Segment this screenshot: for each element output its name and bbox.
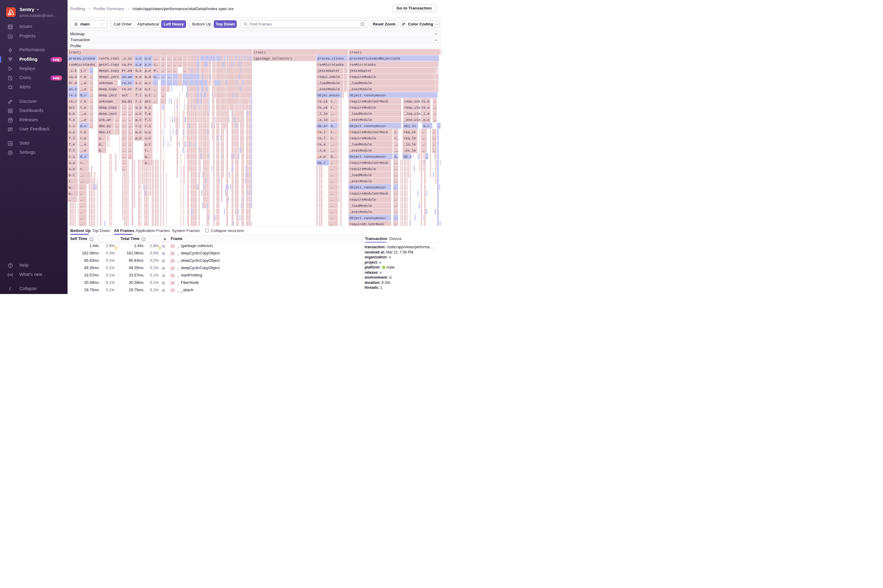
svg-text:_loadModule: _loadModule [349,204,372,208]
svg-text:proces…ctions: proces…ctions [69,57,95,60]
svg-text:re…ck: re…ck [317,100,327,104]
svg-text:O…: O… [331,155,335,159]
svg-text:re…er: re…er [122,87,132,91]
svg-text:…: … [422,136,425,140]
svg-text:…: … [179,63,181,67]
svg-text:…: … [162,69,164,73]
svg-text:u…n: u…n [69,167,75,171]
svg-text:a…r: a…r [145,87,151,91]
svg-text:…: … [80,210,82,214]
svg-text:requireModule: requireModule [350,136,376,140]
svg-text:_execModule: _execModule [349,87,372,91]
svg-text:b…1: b…1 [145,106,151,110]
svg-text:r…e: r…e [80,136,86,140]
svg-text:…: … [331,161,333,165]
svg-text:requireModuleOrMock: requireModuleOrMock [350,100,388,104]
svg-text:unknown: unknown [99,100,113,104]
svg-text:e…e: e…e [135,75,141,79]
svg-text:…: … [90,87,93,91]
svg-text:…: … [179,57,181,60]
svg-text:w…: w… [145,155,149,159]
svg-text:req…le: req…le [404,136,416,140]
svg-text:…: … [123,118,125,122]
svg-text:_…e: _…e [80,112,86,116]
svg-text:O…k: O…k [69,112,75,116]
svg-text:O…: O… [331,124,335,128]
svg-text:u…y: u…y [69,161,75,165]
svg-text:r…: r… [80,167,84,171]
svg-text:p…: p… [69,192,73,195]
svg-text:…: … [331,180,333,183]
svg-text:(root): (root) [254,51,266,54]
svg-text:…: … [434,100,436,104]
svg-text:re…ck: re…ck [317,106,327,110]
svg-text:runMicrotasks: runMicrotasks [350,63,376,67]
svg-text:ca…Fn: ca…Fn [122,63,132,67]
svg-text:Object.<anonymous>: Object.<anonymous> [350,186,386,189]
svg-text:_execModule: _execModule [349,180,372,183]
svg-text:…: … [422,143,425,146]
svg-text:jestAdapter: jestAdapter [317,69,340,73]
svg-text:…: … [116,118,118,122]
svg-text:…: … [426,155,429,159]
svg-text:…: … [129,130,131,134]
svg-text:r…: r… [69,180,73,183]
svg-text:un…wn: un…wn [122,75,132,79]
svg-text:u…y: u…y [69,130,75,134]
svg-text:runMicrotasks: runMicrotasks [69,63,95,67]
svg-text:…: … [116,124,118,128]
svg-text:f…e: f…e [69,143,75,146]
svg-text:re…er: re…er [122,81,132,85]
svg-text:f…l: f…l [69,136,75,140]
svg-text:_c…st: _c…st [122,57,132,60]
svg-text:_…e: _…e [80,87,86,91]
svg-text:requi…odule: requi…odule [317,75,340,79]
svg-text:r…e: r…e [80,75,86,79]
svg-text:deep…ject: deep…ject [99,94,117,97]
svg-text:…: … [80,222,82,226]
svg-text:_loadModule: _loadModule [349,81,372,85]
svg-text:…: … [433,149,435,153]
svg-text:r…: r… [145,149,149,153]
svg-text:act: act [69,106,75,110]
svg-text:w…c: w…c [145,81,151,85]
svg-text:deep…ject: deep…ject [99,112,117,116]
svg-text:runTe…rnal: runTe…rnal [99,57,119,60]
svg-text:deepC…ject: deepC…ject [99,75,119,79]
svg-text:O…e: O…e [135,69,141,73]
svg-text:…: … [123,136,125,140]
svg-text:u…n: u…n [135,57,141,60]
svg-text:w…c: w…c [135,130,141,134]
svg-text:…: … [433,130,435,134]
svg-text:Object.<anonymous>: Object.<anonymous> [350,155,386,159]
svg-text:_ex…le: _ex…le [404,149,416,153]
svg-text:…: … [129,124,131,128]
svg-text:_…: _… [330,143,335,146]
svg-text:…: … [395,216,396,220]
svg-text:_e…e: _e…e [421,118,429,122]
svg-text:…: … [80,204,82,208]
svg-text:u…: u… [154,75,158,79]
svg-text:…: … [422,130,425,134]
svg-text:re…e: re…e [422,106,429,110]
svg-text:O…: O… [395,155,398,159]
svg-text:_e…e: _e…e [317,155,326,159]
svg-text:…: … [123,155,125,159]
svg-text:_…: _… [330,112,335,116]
svg-text:requireM…leOrMock: requireM…leOrMock [350,222,384,226]
svg-text:f…e: f…e [145,112,151,116]
svg-text:requireModule: requireModule [350,198,376,202]
svg-text:…: … [90,69,93,73]
svg-text:_loadModule: _loadModule [317,81,340,85]
svg-text:_exe…ule: _exe…ule [404,118,420,122]
svg-text:u…n: u…n [145,136,151,140]
svg-text:p…e: p…e [145,69,151,73]
svg-text:…: … [434,118,436,122]
svg-text:re…r: re…r [69,94,77,97]
svg-text:dee…ct: dee…ct [99,130,111,134]
svg-text:…: … [184,69,186,73]
svg-text:(root): (root) [350,51,362,54]
svg-text:r…: r… [80,161,84,165]
svg-text:…: … [90,112,93,116]
svg-text:…: … [395,161,396,165]
